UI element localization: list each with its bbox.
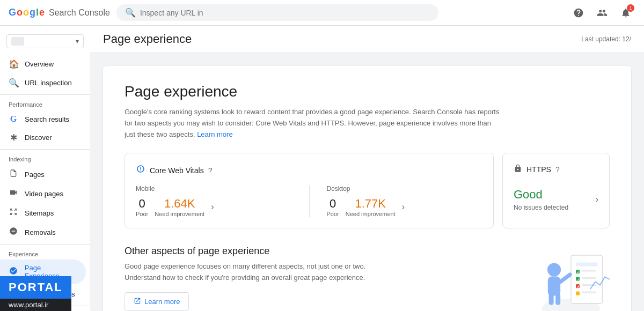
https-status-info: Good No issues detected <box>514 188 568 211</box>
desktop-poor-val: 0 Poor <box>327 197 339 217</box>
sidebar-item-sitemaps[interactable]: Sitemaps <box>0 203 86 223</box>
sidebar-item-pages[interactable]: Pages <box>0 165 86 184</box>
sidebar-label-url-inspection: URL inspection <box>25 79 72 87</box>
mobile-poor-tag: Poor <box>136 211 148 217</box>
https-card: HTTPS ? Good No issues detected › <box>502 153 610 228</box>
sidebar-label-video-pages: Video pages <box>25 190 63 198</box>
mobile-metric: Mobile 0 Poor 1.64K Need improvement <box>136 185 292 217</box>
property-color-icon <box>11 37 24 46</box>
https-header: HTTPS ? <box>514 164 598 175</box>
svg-rect-9 <box>582 270 596 272</box>
desktop-need-val: 1.77K Need improvement <box>346 197 396 217</box>
home-icon: 🏠 <box>9 59 18 69</box>
main-card: Page experience Google's core ranking sy… <box>103 66 631 311</box>
sidebar-item-removals[interactable]: Removals <box>0 223 86 242</box>
search-bar[interactable]: 🔍 <box>116 4 438 21</box>
page-title: Page experience <box>103 32 192 46</box>
svg-rect-4 <box>555 293 560 306</box>
other-description: Good page experience focuses on many dif… <box>125 261 393 284</box>
content-area: Page experience Last updated: 12/ Page e… <box>90 26 644 311</box>
https-arrow-button[interactable]: › <box>596 195 598 204</box>
sidebar-label-overview: Overview <box>25 60 54 68</box>
cwv-icon <box>136 164 145 176</box>
section-label-indexing: Indexing <box>0 152 90 165</box>
google-logo: Google <box>9 7 45 18</box>
lock-icon <box>514 164 522 175</box>
sidebar-item-discover[interactable]: ✱ Discover <box>0 128 86 147</box>
mobile-poor-num: 0 <box>139 197 145 211</box>
metrics-row: Mobile 0 Poor 1.64K Need improvement <box>136 185 482 217</box>
sitemaps-icon <box>9 208 18 218</box>
svg-text:✓: ✓ <box>577 278 580 282</box>
section-label-performance: Performance <box>0 97 90 110</box>
app-title: Search Console <box>49 8 110 18</box>
profile-button[interactable] <box>592 3 612 23</box>
sidebar-label-pages: Pages <box>25 171 45 179</box>
svg-line-18 <box>560 275 570 282</box>
mobile-arrow-button[interactable]: › <box>211 202 214 212</box>
sparkle-icon: ✱ <box>9 132 18 143</box>
removals-icon <box>9 227 18 238</box>
desktop-poor-num: 0 <box>330 197 336 211</box>
sidebar-label-search-results: Search results <box>25 115 69 123</box>
help-icon <box>573 8 584 18</box>
sidebar-item-video-pages[interactable]: Video pages <box>0 184 86 203</box>
other-title: Other aspects of page experience <box>125 246 393 257</box>
external-link-icon <box>134 297 141 306</box>
help-button[interactable] <box>569 3 588 23</box>
svg-rect-2 <box>548 277 560 296</box>
sidebar-divider-2 <box>0 149 90 150</box>
chevron-down-icon: ▾ <box>76 38 79 45</box>
sidebar-label-discover: Discover <box>25 134 52 142</box>
sidebar-item-search-results[interactable]: G Search results <box>0 110 86 128</box>
topbar: Google Search Console 🔍 1 <box>0 0 644 26</box>
cwv-help-icon[interactable]: ? <box>208 166 213 175</box>
svg-rect-16 <box>576 292 580 295</box>
learn-more-btn-label: Learn more <box>144 298 180 306</box>
section-label-experience: Experience <box>0 247 90 260</box>
core-web-vitals-card: Core Web Vitals ? Mobile 0 Poor <box>125 153 494 228</box>
other-aspects-section: Other aspects of page experience Good pa… <box>125 246 610 311</box>
search-input[interactable] <box>140 9 430 17</box>
desktop-poor-tag: Poor <box>327 211 339 217</box>
topbar-actions: 1 <box>569 3 635 23</box>
sidebar-label-removals: Removals <box>25 228 56 236</box>
portal-badge: PORTAL <box>0 276 71 299</box>
mobile-need-tag: Need improvement <box>155 211 204 217</box>
https-title: HTTPS <box>526 165 551 174</box>
mobile-need-val: 1.64K Need improvement <box>155 197 204 217</box>
sidebar-item-overview[interactable]: 🏠 Overview <box>0 55 86 73</box>
main-layout: ▾ 🏠 Overview 🔍 URL inspection Performanc… <box>0 26 644 311</box>
https-status-row: Good No issues detected › <box>514 188 598 211</box>
desktop-values: 0 Poor 1.77K Need improvement › <box>327 197 483 217</box>
section-label-performance-text: Performance <box>9 101 42 108</box>
sidebar-item-url-inspection[interactable]: 🔍 URL inspection <box>0 73 86 92</box>
logo-area: Google Search Console <box>9 7 110 18</box>
search-icon: 🔍 <box>9 78 18 88</box>
mobile-values: 0 Poor 1.64K Need improvement › <box>136 197 292 217</box>
learn-more-link[interactable]: Learn more <box>197 130 232 138</box>
section-label-indexing-text: Indexing <box>9 156 31 162</box>
pages-icon <box>9 169 18 180</box>
desktop-arrow-button[interactable]: › <box>402 202 405 212</box>
sidebar-divider-1 <box>0 94 90 95</box>
notification-badge: 1 <box>627 4 634 12</box>
desktop-need-tag: Need improvement <box>346 211 396 217</box>
portal-overlay: PORTAL www.portal.ir <box>0 276 71 311</box>
other-aspects-left: Other aspects of page experience Good pa… <box>125 246 393 311</box>
https-help-icon[interactable]: ? <box>555 165 560 174</box>
https-no-issues: No issues detected <box>514 204 568 211</box>
svg-rect-15 <box>582 284 596 286</box>
sidebar-divider-3 <box>0 244 90 245</box>
cwv-title: Core Web Vitals <box>150 166 204 175</box>
notification-button[interactable]: 1 <box>616 3 635 23</box>
portal-url: www.portal.ir <box>0 299 71 311</box>
mobile-need-num: 1.64K <box>164 197 195 211</box>
property-selector[interactable]: ▾ <box>6 34 84 48</box>
svg-rect-12 <box>582 277 596 279</box>
https-good-text: Good <box>514 188 568 202</box>
section-label-experience-text: Experience <box>9 251 38 257</box>
other-learn-more-button[interactable]: Learn more <box>125 292 189 311</box>
cards-row: Core Web Vitals ? Mobile 0 Poor <box>125 153 610 228</box>
svg-text:✗: ✗ <box>577 285 580 289</box>
